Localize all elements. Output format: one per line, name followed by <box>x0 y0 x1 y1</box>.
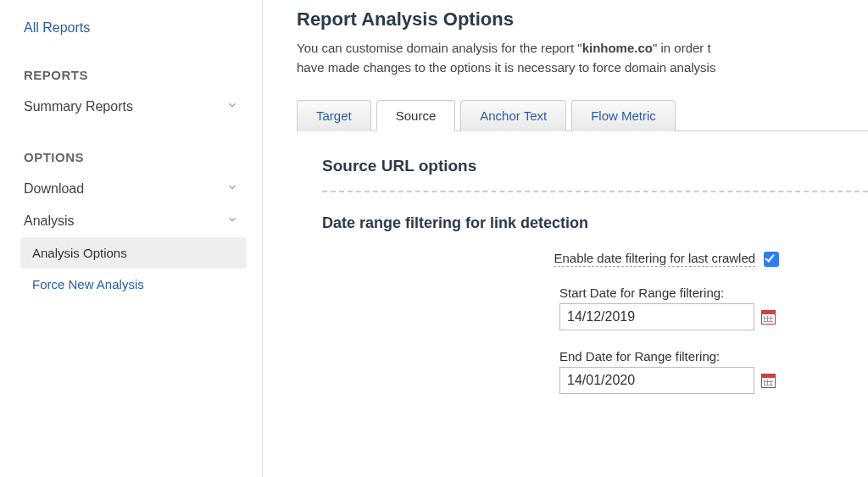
summary-reports-label: Summary Reports <box>24 99 133 114</box>
source-panel: Source URL options Date range filtering … <box>297 131 868 394</box>
enable-date-filtering-checkbox[interactable] <box>764 252 779 267</box>
tab-target[interactable]: Target <box>297 100 371 131</box>
sidebar: All Reports REPORTS Summary Reports OPTI… <box>0 0 263 477</box>
date-range-heading: Date range filtering for link detection <box>322 214 868 232</box>
analysis-options-item[interactable]: Analysis Options <box>20 237 247 269</box>
domain-name: kinhome.co <box>582 41 653 55</box>
tab-flow-metric[interactable]: Flow Metric <box>571 100 676 131</box>
main-content: Report Analysis Options You can customis… <box>263 0 868 477</box>
tab-source[interactable]: Source <box>376 100 456 131</box>
end-date-input[interactable] <box>559 367 754 394</box>
divider <box>322 191 868 192</box>
chevron-down-icon <box>226 181 238 197</box>
download-label: Download <box>24 181 84 197</box>
source-url-options-heading: Source URL options <box>322 157 868 175</box>
reports-section-header: REPORTS <box>15 68 247 82</box>
chevron-down-icon <box>226 214 238 229</box>
calendar-icon[interactable] <box>761 310 776 324</box>
tab-anchor-text[interactable]: Anchor Text <box>460 100 566 131</box>
start-date-label: Start Date for Range filtering: <box>559 286 868 300</box>
force-new-analysis-item[interactable]: Force New Analysis <box>20 269 247 300</box>
analysis-label: Analysis <box>24 214 75 229</box>
chevron-down-icon <box>226 99 238 114</box>
tabs: Target Source Anchor Text Flow Metric <box>297 99 868 131</box>
summary-reports-item[interactable]: Summary Reports <box>15 91 247 123</box>
intro-text: You can customise domain analysis for th… <box>297 39 868 77</box>
download-item[interactable]: Download <box>15 173 247 205</box>
end-date-label: End Date for Range filtering: <box>559 349 868 363</box>
all-reports-link[interactable]: All Reports <box>15 15 247 41</box>
calendar-icon[interactable] <box>761 374 776 388</box>
enable-date-filtering-label: Enable date filtering for last crawled <box>554 251 755 267</box>
page-title: Report Analysis Options <box>297 8 868 31</box>
start-date-input[interactable] <box>559 303 754 330</box>
analysis-item[interactable]: Analysis <box>15 205 247 237</box>
options-section-header: OPTIONS <box>15 150 247 164</box>
